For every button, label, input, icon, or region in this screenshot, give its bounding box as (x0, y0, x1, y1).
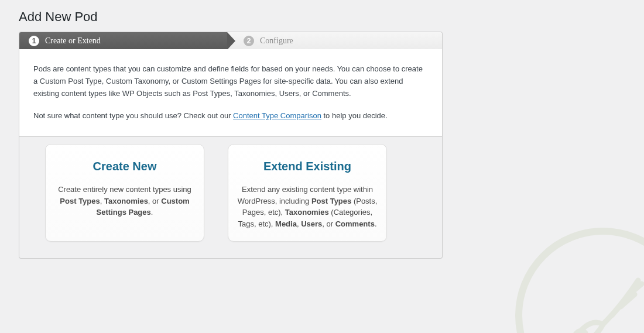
intro-p2-text-b: to help you decide. (321, 111, 388, 120)
create-new-title: Create New (54, 160, 196, 173)
extend-existing-body: Extend any existing content type within … (237, 184, 378, 229)
extend-existing-card[interactable]: Extend Existing Extend any existing cont… (228, 144, 387, 242)
create-new-body: Create entirely new content types using … (54, 184, 196, 218)
create-new-card[interactable]: Create New Create entirely new content t… (45, 144, 204, 242)
svg-point-0 (519, 231, 644, 333)
wizard-tabs: 1 Create or Extend 2 Configure (19, 32, 443, 49)
intro-p2-text-a: Not sure what content type you should us… (33, 111, 233, 120)
content-type-comparison-link[interactable]: Content Type Comparison (233, 111, 321, 120)
options-container: Create New Create entirely new content t… (19, 137, 443, 259)
step-label-2: Configure (260, 36, 293, 46)
intro-paragraph-1: Pods are content types that you can cust… (33, 63, 428, 99)
pods-logo-watermark (515, 228, 644, 333)
step-number-1: 1 (29, 36, 39, 46)
step-number-2: 2 (244, 36, 254, 46)
wizard-intro-panel: Pods are content types that you can cust… (19, 49, 443, 137)
wizard-container: 1 Create or Extend 2 Configure Pods are … (19, 32, 443, 137)
intro-paragraph-2: Not sure what content type you should us… (33, 110, 428, 122)
wizard-tab-create-or-extend[interactable]: 1 Create or Extend (19, 32, 227, 49)
page-title: Add New Pod (0, 0, 644, 29)
wizard-tab-configure[interactable]: 2 Configure (227, 32, 442, 49)
step-label-1: Create or Extend (45, 36, 101, 46)
extend-existing-title: Extend Existing (237, 160, 378, 173)
